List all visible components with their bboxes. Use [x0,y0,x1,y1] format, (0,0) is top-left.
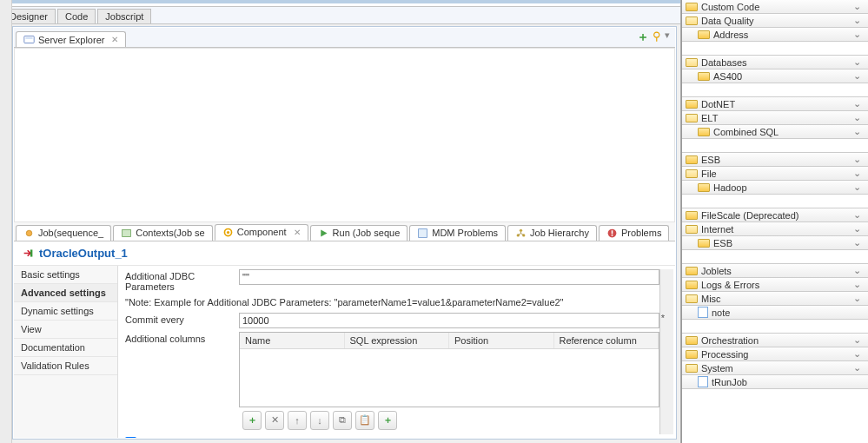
additional-jdbc-input[interactable] [239,269,659,285]
folder-icon [698,128,710,136]
move-down-button[interactable]: ↓ [310,411,329,430]
palette-item[interactable]: Processing⌄ [682,347,868,361]
paste-button[interactable]: 📋 [355,411,374,430]
palette-item[interactable]: Data Quality⌄ [682,13,868,28]
folder-icon [686,225,698,234]
menu-icon[interactable]: ▾ [665,30,670,45]
menu-basic[interactable]: Basic settings [14,266,117,284]
palette-item[interactable]: Address⌄ [682,27,868,42]
commit-every-input[interactable] [239,313,659,328]
chevron-down-icon: ⌄ [853,56,861,68]
file-icon [698,307,708,318]
component-arrow-icon [23,248,34,259]
link-icon[interactable]: ⚲ [653,30,661,45]
folder-icon [686,294,698,303]
top-tabrow: Designer Code Jobscript [0,7,680,24]
palette-item[interactable]: ESB⌄ [682,152,868,167]
component-icon [222,227,234,238]
copy-button[interactable]: ⧉ [333,411,352,430]
tab-problems[interactable]: Problems [599,225,669,241]
tab-server-explorer[interactable]: Server Explorer ✕ [16,31,126,47]
chevron-down-icon: ⌄ [853,15,861,26]
tab-contexts[interactable]: Contexts(Job se [113,225,212,241]
palette-item[interactable]: Databases⌄ [682,55,868,69]
move-up-button[interactable]: ↑ [288,411,307,430]
form-scrollbar[interactable] [659,269,673,435]
add-icon[interactable]: ＋ [637,30,649,45]
palette-item[interactable]: tRunJob [682,374,868,389]
svg-point-2 [26,230,32,236]
palette: Custom Code⌄Data Quality⌄Address⌄Databas… [681,0,868,443]
close-icon[interactable]: ✕ [111,35,118,44]
menu-documentation[interactable]: Documentation [14,339,117,357]
palette-item[interactable]: Joblets⌄ [682,263,868,278]
tab-component[interactable]: Component✕ [215,224,308,241]
folder-icon [686,114,698,122]
palette-item[interactable]: AS400⌄ [682,69,868,83]
close-icon[interactable]: ✕ [294,228,301,237]
chevron-down-icon: ⌄ [853,1,861,12]
svg-point-5 [227,230,229,233]
menu-dynamic[interactable]: Dynamic settings [14,302,117,321]
palette-item[interactable]: File⌄ [682,166,868,181]
palette-item[interactable]: Misc⌄ [682,291,868,306]
palette-item[interactable]: Hadoop⌄ [682,180,868,195]
server-explorer-icon [23,34,35,45]
additional-columns-table[interactable]: Name SQL expression Position Reference c… [239,332,659,407]
additional-jdbc-label: Additional JDBC Parameters [125,269,234,292]
mdm-icon [417,228,428,239]
palette-item[interactable]: ESB⌄ [682,235,868,250]
folder-icon [686,58,698,67]
folder-icon [698,30,710,39]
play-icon [318,228,329,239]
palette-item[interactable]: note [682,305,868,320]
use-field-options-check[interactable]: Use field options [125,437,209,439]
palette-item[interactable]: DotNET⌄ [682,96,868,111]
svg-rect-0 [24,36,34,43]
chevron-down-icon: ⌄ [853,168,861,179]
palette-item[interactable]: Orchestration⌄ [682,333,868,347]
tab-hierarchy[interactable]: Job Hierarchy [507,225,597,241]
folder-icon [686,364,698,373]
tab-code[interactable]: Code [57,9,96,23]
folder-icon [686,155,698,164]
add-row-button[interactable]: ＋ [242,411,262,430]
folder-icon [686,17,698,25]
chevron-down-icon: ⌄ [853,348,861,360]
jdbc-note: "Note: Example for Additional JDBC Param… [125,295,659,309]
hierarchy-icon [515,228,527,239]
palette-item[interactable]: Logs & Errors⌄ [682,277,868,292]
svg-rect-14 [30,249,32,256]
import-button[interactable]: ＋ [378,411,397,430]
folder-icon [686,211,698,220]
chevron-down-icon: ⌄ [853,182,861,193]
palette-item[interactable]: Internet⌄ [682,222,868,236]
chevron-down-icon: ⌄ [853,223,861,235]
svg-rect-13 [612,235,613,236]
tab-jobscript[interactable]: Jobscript [97,9,151,23]
commit-every-label: Commit every [125,313,234,325]
folder-icon [698,72,710,81]
tab-mdm[interactable]: MDM Problems [409,225,506,241]
tab-job[interactable]: Job(sequence_ [16,225,111,241]
palette-item[interactable]: Combined SQL⌄ [682,124,868,139]
svg-rect-12 [612,230,613,234]
palette-item[interactable]: Custom Code⌄ [682,0,868,14]
chevron-down-icon: ⌄ [853,334,861,346]
menu-view[interactable]: View [14,321,117,339]
svg-marker-6 [321,229,327,236]
chevron-down-icon: ⌄ [853,98,861,109]
folder-icon [686,281,698,289]
menu-advanced[interactable]: Advanced settings [14,284,117,302]
chevron-down-icon: ⌄ [853,293,861,304]
delete-row-button[interactable]: ✕ [265,411,284,430]
settings-side-menu: Basic settings Advanced settings Dynamic… [14,266,118,439]
tab-run[interactable]: Run (Job seque [310,225,408,241]
problems-icon [606,228,618,239]
palette-item[interactable]: System⌄ [682,360,868,375]
palette-item[interactable]: FileScale (Deprecated)⌄ [682,208,868,222]
contexts-icon [121,228,132,239]
palette-item[interactable]: ELT⌄ [682,110,868,125]
menu-validation[interactable]: Validation Rules [14,357,117,375]
folder-icon [686,267,698,275]
